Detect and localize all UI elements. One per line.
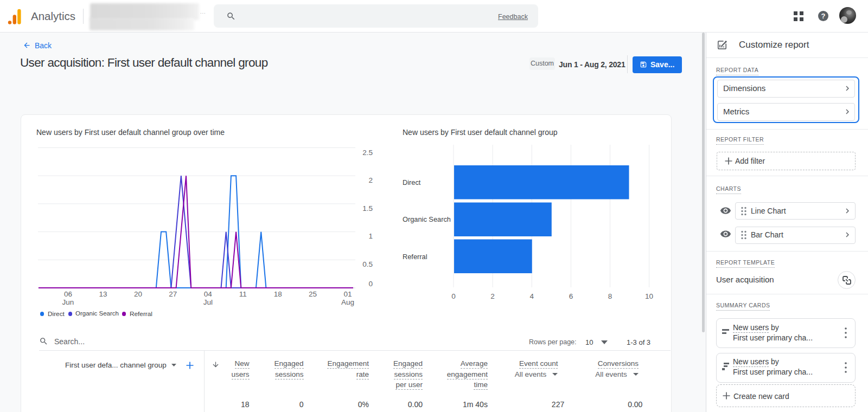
svg-text:01: 01 (344, 290, 352, 298)
svg-text:1.5: 1.5 (362, 204, 373, 213)
svg-text:20: 20 (134, 290, 142, 298)
svg-text:6: 6 (569, 292, 573, 300)
svg-text:8: 8 (608, 292, 612, 300)
svg-text:Direct: Direct (403, 178, 421, 186)
svg-text:2.5: 2.5 (362, 149, 373, 157)
svg-text:0.5: 0.5 (362, 260, 373, 268)
svg-text:25: 25 (309, 290, 317, 298)
svg-text:Organic Search: Organic Search (403, 215, 451, 223)
svg-text:4: 4 (529, 292, 534, 300)
svg-text:13: 13 (99, 290, 107, 298)
svg-text:Aug: Aug (341, 298, 354, 306)
svg-text:2: 2 (490, 292, 495, 300)
svg-text:10: 10 (645, 292, 653, 300)
svg-text:18: 18 (274, 290, 282, 298)
svg-text:11: 11 (239, 290, 247, 298)
svg-text:27: 27 (169, 290, 177, 298)
svg-text:0: 0 (368, 280, 373, 288)
svg-text:1: 1 (368, 232, 373, 240)
svg-text:Jun: Jun (62, 298, 74, 306)
svg-text:Jul: Jul (203, 298, 213, 306)
svg-text:Referral: Referral (403, 253, 427, 261)
svg-text:06: 06 (64, 290, 72, 298)
svg-text:0: 0 (451, 292, 456, 300)
svg-text:04: 04 (204, 290, 213, 298)
svg-text:2: 2 (368, 176, 373, 184)
